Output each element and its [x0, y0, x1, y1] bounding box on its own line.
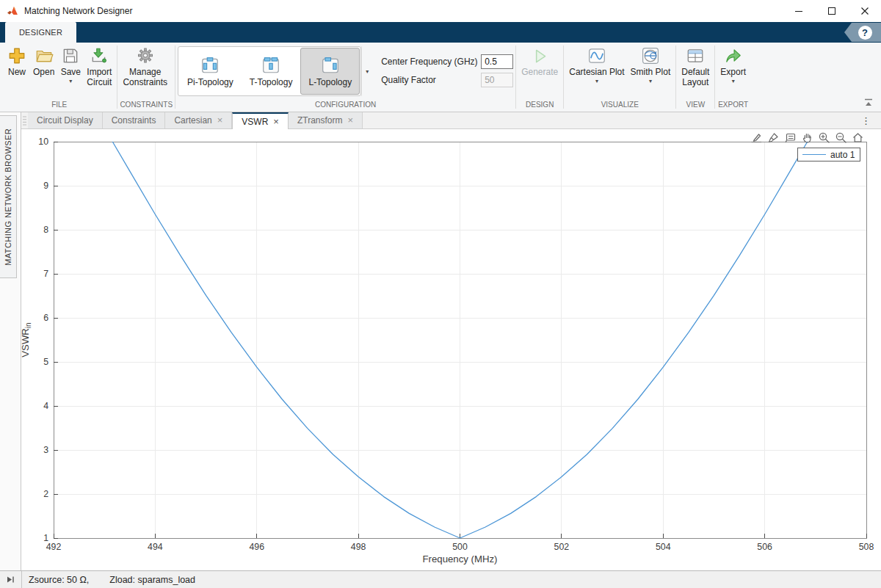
export-arrow-icon	[724, 46, 743, 65]
zsource-status: Zsource: 50 Ω,	[29, 575, 89, 585]
chevron-down-icon: ▾	[595, 79, 598, 84]
t-topology-icon	[261, 56, 280, 75]
default-layout-button[interactable]: Default Layout	[678, 45, 712, 89]
t-topology-button[interactable]: T-Topology	[242, 48, 301, 95]
section-file: New Open Save ▾	[1, 43, 117, 112]
tab-circuit-display[interactable]: Circuit Display	[28, 112, 103, 128]
zload-status: Zload: sparams_load	[109, 575, 195, 585]
axes-toolbar	[750, 131, 864, 144]
brush-icon[interactable]	[766, 131, 780, 144]
tab-constraints[interactable]: Constraints	[103, 112, 166, 128]
center-frequency-field[interactable]	[481, 54, 513, 69]
section-caption-file: FILE	[4, 100, 115, 112]
left-rail: MATCHING NETWORK BROWSER	[0, 112, 21, 570]
matching-network-browser-tab[interactable]: MATCHING NETWORK BROWSER	[0, 115, 17, 278]
export-button[interactable]: Export ▾	[717, 45, 749, 86]
section-caption-visualize: VISUALIZE	[566, 100, 673, 112]
y-tick-label: 8	[43, 225, 48, 235]
close-icon[interactable]: ×	[348, 116, 354, 125]
tab-cartesian[interactable]: Cartesian ×	[165, 112, 232, 128]
zoom-out-icon[interactable]	[834, 131, 847, 144]
expand-panel-button[interactable]	[0, 571, 21, 588]
tab-designer[interactable]: DESIGNER	[5, 22, 76, 43]
section-caption-configuration: CONFIGURATION	[178, 100, 513, 112]
collapse-ribbon-button[interactable]	[863, 96, 874, 109]
configuration-fields: Center Frequency (GHz) Quality Factor	[381, 54, 513, 87]
tab-ztransform[interactable]: ZTransform ×	[289, 112, 363, 128]
center-frequency-label: Center Frequency (GHz)	[381, 57, 481, 67]
smith-plot-icon	[641, 46, 660, 65]
l-topology-icon	[321, 56, 340, 75]
y-tick-label: 10	[38, 137, 48, 147]
l-topology-button[interactable]: L-Topology	[300, 48, 360, 95]
pan-icon[interactable]	[800, 131, 813, 144]
open-button[interactable]: Open	[30, 45, 57, 79]
legend-line-sample	[802, 154, 826, 155]
plot-document: 49249449649850050250450650812345678910Fr…	[21, 129, 881, 570]
x-tick-label: 504	[656, 542, 671, 552]
chevron-down-icon: ▾	[366, 69, 369, 75]
window-controls	[782, 0, 881, 22]
y-axis-label: VSWRin	[21, 322, 32, 357]
legend-label: auto 1	[830, 150, 855, 160]
chevron-down-icon: ▾	[69, 79, 72, 84]
pi-topology-icon	[200, 56, 220, 75]
cartesian-plot-button[interactable]: Cartesian Plot ▾	[566, 45, 627, 86]
x-tick-label: 506	[757, 542, 772, 552]
save-button[interactable]: Save ▾	[57, 45, 84, 86]
section-caption-design: DESIGN	[518, 100, 561, 112]
import-circuit-button[interactable]: Import Circuit	[84, 45, 115, 89]
generate-play-icon	[530, 46, 549, 65]
x-tick-label: 502	[554, 542, 570, 552]
status-texts: Zsource: 50 Ω, Zload: sparams_load	[21, 571, 881, 588]
home-icon[interactable]	[851, 131, 864, 144]
chevron-down-icon: ▾	[649, 79, 652, 84]
datatips-icon[interactable]	[783, 131, 797, 144]
panel-grip[interactable]	[21, 112, 28, 128]
new-plus-icon	[7, 46, 26, 65]
legend[interactable]: auto 1	[797, 148, 860, 161]
export-icon[interactable]	[750, 131, 763, 144]
y-tick-label: 1	[43, 533, 48, 543]
tab-options-kebab[interactable]: ⋮	[851, 112, 881, 128]
help-icon: ?	[858, 26, 872, 40]
y-tick-label: 9	[43, 181, 48, 191]
y-tick-label: 6	[43, 313, 48, 323]
maximize-button[interactable]	[815, 0, 848, 22]
section-visualize: Cartesian Plot ▾ Smith Plot ▾	[564, 43, 675, 112]
section-view: Default Layout VIEW	[676, 43, 714, 112]
zoom-in-icon[interactable]	[817, 131, 830, 144]
generate-button: Generate	[518, 45, 561, 79]
topology-gallery-dropdown[interactable]: ▾	[361, 46, 372, 96]
document-tabbar: Circuit Display Constraints Cartesian × …	[21, 112, 881, 129]
help-button[interactable]: ?	[844, 23, 881, 42]
workspace: MATCHING NETWORK BROWSER Circuit Display…	[0, 112, 881, 570]
statusbar: Zsource: 50 Ω, Zload: sparams_load	[0, 570, 881, 588]
x-axis-label: Frequency (MHz)	[423, 553, 498, 565]
pi-topology-button[interactable]: Pi-Topology	[179, 48, 242, 95]
expand-panel-icon	[6, 575, 15, 584]
browser-tab-label: MATCHING NETWORK BROWSER	[4, 128, 12, 266]
import-icon	[90, 46, 109, 65]
y-tick-label: 5	[43, 357, 48, 367]
y-tick-label: 2	[43, 489, 48, 499]
cartesian-plot-icon	[587, 46, 606, 65]
smith-plot-button[interactable]: Smith Plot ▾	[628, 45, 674, 86]
close-icon[interactable]: ×	[217, 116, 223, 125]
default-layout-icon	[686, 46, 705, 65]
new-button[interactable]: New	[4, 45, 30, 79]
quality-factor-label: Quality Factor	[381, 75, 481, 85]
matlab-logo-icon	[7, 5, 18, 17]
close-window-button[interactable]	[848, 0, 881, 22]
y-tick-label: 3	[43, 445, 48, 455]
y-tick-label: 7	[43, 269, 48, 279]
x-tick-label: 496	[249, 542, 264, 552]
vswr-plot-canvas[interactable]: 49249449649850050250450650812345678910Fr…	[21, 129, 881, 570]
close-icon[interactable]: ×	[273, 117, 279, 126]
minimize-button[interactable]	[782, 0, 815, 22]
titlebar: Matching Network Designer	[0, 0, 881, 22]
x-tick-label: 494	[148, 542, 163, 552]
section-constraints: Manage Constraints CONSTRAINTS	[117, 43, 175, 112]
manage-constraints-button[interactable]: Manage Constraints	[120, 45, 170, 89]
tab-vswr[interactable]: VSWR ×	[232, 112, 289, 129]
